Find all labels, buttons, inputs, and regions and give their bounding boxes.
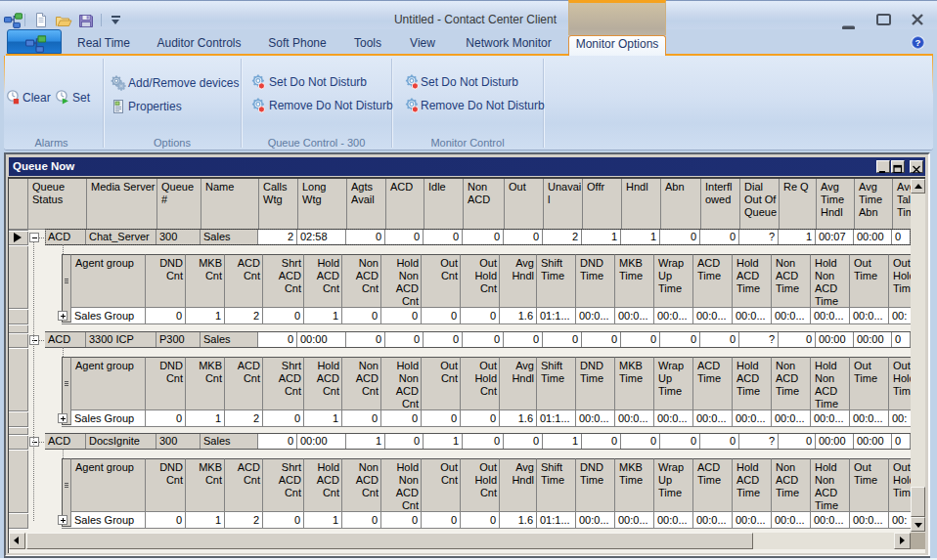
- svg-text:?: ?: [915, 37, 921, 48]
